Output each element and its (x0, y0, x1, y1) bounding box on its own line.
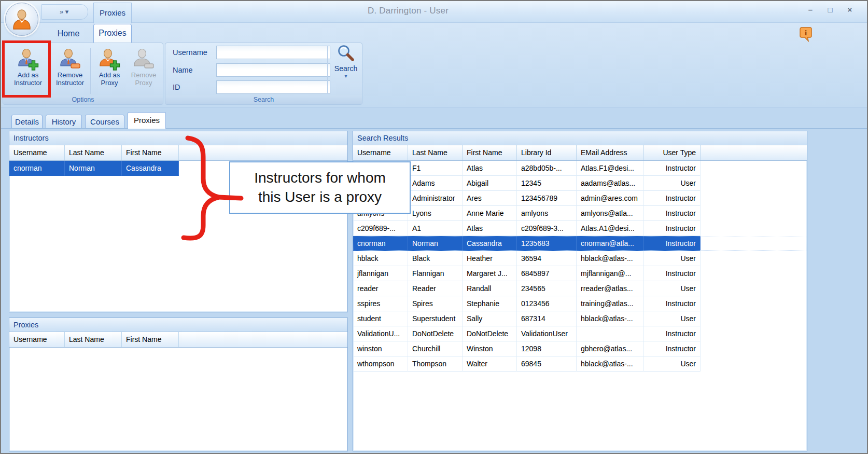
quick-access-overflow-icon[interactable]: » ▾ (60, 8, 68, 16)
user-avatar-icon (11, 8, 33, 30)
tab-details[interactable]: Details (11, 115, 43, 129)
row-filler (701, 236, 807, 251)
table-cell: Instructor (644, 161, 701, 176)
table-cell: Sally (463, 311, 517, 326)
ribbon-group-search: Username Name ID Search ▾ Se (165, 43, 362, 105)
column-header[interactable]: Last Name (408, 145, 463, 160)
help-info-icon[interactable]: i (800, 27, 812, 45)
column-header[interactable]: Username (9, 332, 65, 347)
table-cell: 0123456 (517, 296, 577, 311)
column-header[interactable]: User Type (644, 145, 701, 160)
table-row[interactable]: sspiresSpiresStephanie0123456training@at… (353, 296, 807, 311)
table-cell: cnorman (353, 236, 408, 251)
table-row[interactable]: wthompsonThompsonWalter69845hblack@atlas… (353, 356, 807, 372)
table-cell: Stephanie (463, 296, 517, 311)
table-cell: DoNotDelete (463, 326, 517, 341)
table-row[interactable]: jflanniganFlanniganMargaret J...6845897m… (353, 266, 807, 281)
table-cell: Atlas.A1@desi... (577, 221, 644, 236)
id-search-input[interactable] (216, 80, 330, 94)
table-cell: DoNotDelete (408, 326, 463, 341)
row-filler (701, 251, 807, 266)
table-row[interactable]: amlyonsLyonsAnne Marieamlyonsamlyons@atl… (353, 206, 807, 221)
name-search-input[interactable] (216, 63, 330, 77)
table-row[interactable]: ValidationU...DoNotDeleteDoNotDeleteVali… (353, 326, 807, 341)
row-filler (701, 356, 807, 372)
close-button-icon[interactable]: × (844, 5, 856, 15)
table-cell: Instructor (644, 191, 701, 206)
tab-proxies[interactable]: Proxies (128, 112, 166, 129)
table-row[interactable]: winstonChurchillWinston12098gbhero@atlas… (353, 341, 807, 356)
row-filler (701, 176, 807, 191)
group-separator (327, 46, 328, 94)
column-header[interactable]: Library Id (517, 145, 577, 160)
column-header[interactable]: First Name (122, 332, 179, 347)
column-header[interactable]: Username (353, 145, 408, 160)
table-cell: sspires (353, 296, 408, 311)
table-cell: amlyons (517, 206, 577, 221)
column-header[interactable]: First Name (463, 145, 517, 160)
table-cell: reader (353, 281, 408, 296)
minimize-button-icon[interactable]: – (805, 5, 816, 15)
table-row[interactable]: studentSuperstudentSally687314hblack@atl… (353, 311, 807, 326)
application-menu-button[interactable] (5, 3, 38, 36)
table-row[interactable]: cnormanNormanCassandra1235683cnorman@atl… (353, 236, 807, 251)
table-cell: Atlas.F1@desi... (577, 161, 644, 176)
table-cell: 36594 (517, 251, 577, 266)
table-cell: Spires (408, 296, 463, 311)
table-row[interactable]: AdamsAbigail12345aadams@atlas...User (353, 176, 807, 191)
search-dropdown-icon[interactable]: ▾ (344, 73, 347, 79)
table-row[interactable]: c209f689-...A1Atlasc209f689-3...Atlas.A1… (353, 221, 807, 236)
maximize-button-icon[interactable]: □ (824, 5, 836, 15)
ribbon-tab-home[interactable]: Home (47, 25, 90, 44)
table-cell: User (644, 311, 701, 326)
table-cell: Margaret J... (463, 266, 517, 281)
table-cell: training@atlas... (577, 296, 644, 311)
table-cell: Instructor (644, 341, 701, 356)
tab-history[interactable]: History (46, 115, 82, 129)
table-cell: Reader (408, 281, 463, 296)
table-cell: Walter (463, 356, 517, 372)
table-cell: User (644, 281, 701, 296)
table-cell: F1 (408, 161, 463, 176)
table-cell: Administrator (408, 191, 463, 206)
table-cell: Cassandra (122, 161, 179, 176)
column-header[interactable]: Username (9, 145, 65, 160)
red-highlight-box (2, 40, 51, 98)
table-row[interactable]: hblackBlackHeather36594hblack@atlas-...U… (353, 251, 807, 266)
column-header[interactable]: Last Name (65, 145, 122, 160)
table-row[interactable]: F1Atlasa28bd05b-...Atlas.F1@desi...Instr… (353, 161, 807, 176)
remove-instructor-button[interactable]: Remove Instructor (51, 45, 89, 87)
table-cell: a28bd05b-... (517, 161, 577, 176)
column-header-filler (701, 145, 807, 160)
table-cell: 1235683 (517, 236, 577, 251)
table-cell: Superstudent (408, 311, 463, 326)
table-cell: Ares (463, 191, 517, 206)
id-field-label: ID (173, 83, 180, 91)
tab-courses[interactable]: Courses (85, 115, 124, 129)
add-as-proxy-button[interactable]: Add as Proxy (92, 45, 127, 87)
table-cell: 234565 (517, 281, 577, 296)
table-row[interactable]: readerReaderRandall234565rreader@atlas..… (353, 281, 807, 296)
ribbon-tab-proxies[interactable]: Proxies (93, 24, 132, 44)
person-remove-instructor-icon (59, 48, 81, 71)
table-cell: Instructor (644, 296, 701, 311)
column-header[interactable]: First Name (122, 145, 179, 160)
search-button[interactable]: Search ▾ (331, 44, 360, 96)
button-label-line: Remove (131, 71, 156, 79)
table-cell: Atlas (463, 221, 517, 236)
table-cell: amlyons@atla... (577, 206, 644, 221)
table-cell: 12345 (517, 176, 577, 191)
button-label-line: Proxy (101, 79, 118, 87)
table-cell: mjflannigan@... (577, 266, 644, 281)
username-search-input[interactable] (216, 46, 330, 59)
button-label-line: Proxy (135, 79, 152, 87)
table-cell: Anne Marie (463, 206, 517, 221)
table-cell: hblack@atlas-... (577, 356, 644, 372)
column-header[interactable]: Last Name (65, 332, 122, 347)
remove-proxy-button[interactable]: Remove Proxy (127, 45, 161, 87)
table-cell: wthompson (353, 356, 408, 372)
row-filler (701, 326, 807, 341)
table-row[interactable]: AdministratorAres123456789admin@ares.com… (353, 191, 807, 206)
svg-text:i: i (805, 29, 807, 37)
column-header[interactable]: EMail Address (577, 145, 644, 160)
